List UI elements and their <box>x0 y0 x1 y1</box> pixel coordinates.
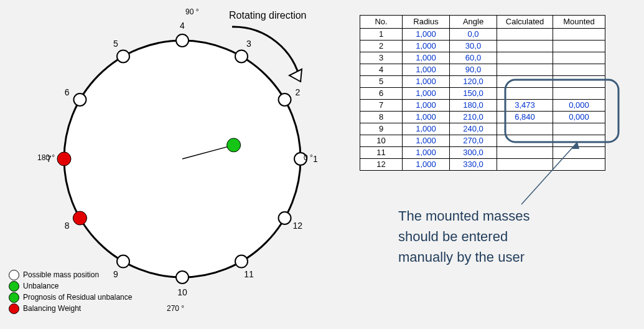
cell-calculated[interactable] <box>497 135 553 147</box>
app-frame: 123456789101112 Rotating direction 90 ° … <box>0 0 644 329</box>
mass-position-label: 10 <box>177 287 187 297</box>
cell-mounted[interactable] <box>553 123 605 135</box>
cell-calculated[interactable] <box>497 29 553 41</box>
legend-label: Balancing Weight <box>23 304 81 313</box>
cell-mounted[interactable] <box>553 147 605 159</box>
cell-mounted[interactable] <box>553 29 605 41</box>
table-row[interactable]: 71,000180,03,4730,000 <box>360 100 605 112</box>
mass-position <box>235 255 248 268</box>
table-row[interactable]: 101,000270,0 <box>360 135 605 147</box>
cell-angle: 120,0 <box>450 76 497 88</box>
cell-radius: 1,000 <box>403 41 450 52</box>
table-row[interactable]: 111,000300,0 <box>360 147 605 159</box>
note-line: should be entered <box>398 226 530 247</box>
cell-mounted[interactable]: 0,000 <box>553 100 605 112</box>
col-no: No. <box>360 16 403 29</box>
balancing-weight-marker <box>73 211 86 225</box>
axis-tick-270: 270 ° <box>167 304 184 313</box>
cell-no: 11 <box>360 147 403 159</box>
cell-angle: 270,0 <box>450 135 497 147</box>
cell-calculated[interactable]: 6,840 <box>497 112 553 123</box>
legend-swatch-unbalance <box>9 281 19 292</box>
cell-calculated[interactable] <box>497 76 553 88</box>
cell-angle: 240,0 <box>450 123 497 135</box>
table-row[interactable]: 81,000210,06,8400,000 <box>360 112 605 123</box>
axis-tick-180: 180 ° <box>37 153 55 162</box>
cell-calculated[interactable] <box>497 64 553 76</box>
table-row[interactable]: 91,000240,0 <box>360 123 605 135</box>
mass-position <box>117 50 129 62</box>
cell-angle: 300,0 <box>450 147 497 159</box>
cell-no: 4 <box>360 64 403 76</box>
note-line: The mounted masses <box>398 206 530 226</box>
cell-radius: 1,000 <box>403 112 450 123</box>
cell-radius: 1,000 <box>403 135 450 147</box>
legend-label: Unbalance <box>23 282 58 290</box>
cell-mounted[interactable] <box>553 52 605 64</box>
cell-angle: 60,0 <box>450 52 497 64</box>
cell-mounted[interactable] <box>553 159 605 171</box>
cell-calculated[interactable] <box>497 41 553 52</box>
cell-mounted[interactable] <box>553 76 605 88</box>
note-line: manually by the user <box>398 247 530 267</box>
cell-radius: 1,000 <box>403 100 450 112</box>
cell-calculated[interactable]: 3,473 <box>497 100 553 112</box>
cell-mounted[interactable] <box>553 135 605 147</box>
mass-position <box>176 34 189 47</box>
legend-swatch-prognosis <box>9 292 19 303</box>
cell-no: 9 <box>360 123 403 135</box>
cell-radius: 1,000 <box>403 29 450 41</box>
cell-radius: 1,000 <box>403 123 450 135</box>
mass-position <box>73 93 86 106</box>
col-radius: Radius <box>403 16 450 29</box>
col-calculated: Calculated <box>497 16 553 29</box>
cell-calculated[interactable] <box>497 147 553 159</box>
mass-position <box>279 212 291 224</box>
mass-table-grid[interactable]: No. Radius Angle Calculated Mounted 11,0… <box>360 15 605 171</box>
mass-position-label: 11 <box>244 269 254 279</box>
cell-angle: 30,0 <box>450 41 497 52</box>
axis-tick-0: 0 ° <box>304 153 313 162</box>
table-row[interactable]: 21,00030,0 <box>360 41 605 52</box>
table-row[interactable]: 61,000150,0 <box>360 88 605 100</box>
cell-radius: 1,000 <box>403 147 450 159</box>
table-row[interactable]: 31,00060,0 <box>360 52 605 64</box>
rotating-direction-label: Rotating direction <box>229 10 307 21</box>
cell-no: 12 <box>360 159 403 171</box>
cell-mounted[interactable]: 0,000 <box>553 112 605 123</box>
cell-mounted[interactable] <box>553 64 605 76</box>
mass-position-label: 6 <box>65 87 70 97</box>
cell-mounted[interactable] <box>553 41 605 52</box>
col-mounted: Mounted <box>553 16 605 29</box>
cell-no: 6 <box>360 88 403 100</box>
legend-swatch-balancing <box>9 303 19 314</box>
cell-no: 5 <box>360 76 403 88</box>
mass-position-label: 12 <box>293 221 303 231</box>
legend-label: Possible mass position <box>23 270 99 279</box>
cell-radius: 1,000 <box>403 64 450 76</box>
table-header-row: No. Radius Angle Calculated Mounted <box>360 16 605 29</box>
cell-calculated[interactable] <box>497 123 553 135</box>
table-row[interactable]: 121,000330,0 <box>360 159 605 171</box>
mass-position-label: 1 <box>313 154 318 164</box>
table-row[interactable]: 41,00090,0 <box>360 64 605 76</box>
cell-angle: 180,0 <box>450 100 497 112</box>
legend: Possible mass position Unbalance Prognos… <box>9 269 132 314</box>
mass-position <box>176 271 189 284</box>
legend-label: Prognosis of Residual unbalance <box>23 293 132 302</box>
mass-table: No. Radius Angle Calculated Mounted 11,0… <box>360 15 605 171</box>
axis-tick-90: 90 ° <box>185 7 198 16</box>
cell-angle: 90,0 <box>450 64 497 76</box>
cell-calculated[interactable] <box>497 88 553 100</box>
cell-angle: 330,0 <box>450 159 497 171</box>
mass-position-label: 4 <box>180 21 185 31</box>
cell-calculated[interactable] <box>497 159 553 171</box>
legend-swatch-possible <box>9 270 19 280</box>
cell-calculated[interactable] <box>497 52 553 64</box>
cell-no: 3 <box>360 52 403 64</box>
table-row[interactable]: 51,000120,0 <box>360 76 605 88</box>
table-row[interactable]: 11,0000,0 <box>360 29 605 41</box>
cell-mounted[interactable] <box>553 88 605 100</box>
cell-angle: 0,0 <box>450 29 497 41</box>
cell-radius: 1,000 <box>403 76 450 88</box>
